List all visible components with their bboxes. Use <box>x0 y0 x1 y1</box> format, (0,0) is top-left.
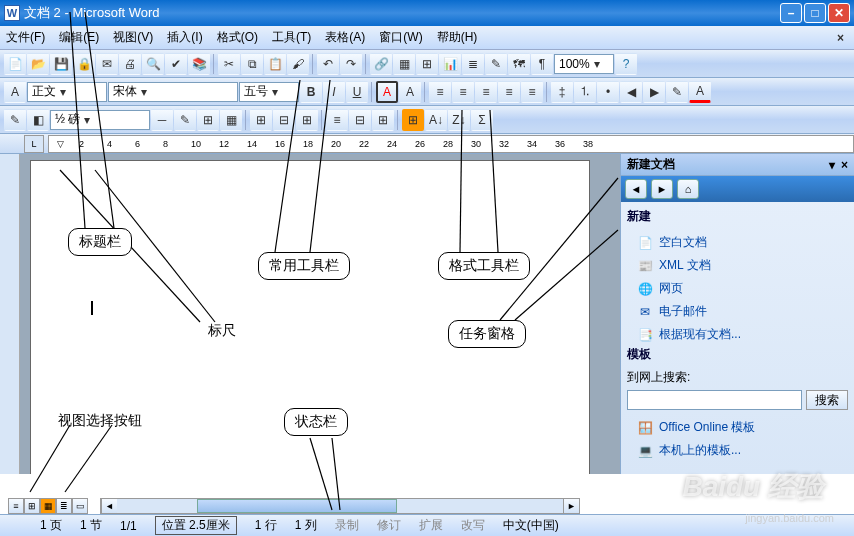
scrollbar-thumb[interactable] <box>197 499 397 513</box>
open-button[interactable]: 📂 <box>27 53 49 75</box>
maximize-button[interactable]: □ <box>804 3 826 23</box>
nav-home-button[interactable]: ⌂ <box>677 179 699 199</box>
italic-button[interactable]: I <box>323 81 345 103</box>
highlight-button[interactable]: ✎ <box>666 81 688 103</box>
nav-forward-button[interactable]: ► <box>651 179 673 199</box>
show-hide-button[interactable]: ¶ <box>531 53 553 75</box>
font-combo[interactable]: 宋体▾ <box>108 82 238 102</box>
insert-table-button2[interactable]: ⊞ <box>250 109 272 131</box>
status-ovr[interactable]: 改写 <box>461 517 485 534</box>
status-lang[interactable]: 中文(中国) <box>503 517 559 534</box>
styles-pane-button[interactable]: A <box>4 81 26 103</box>
view-outline[interactable]: ≣ <box>56 498 72 514</box>
merge-cells-button[interactable]: ⊟ <box>273 109 295 131</box>
docmap-button[interactable]: 🗺 <box>508 53 530 75</box>
link-from-existing[interactable]: 📑根据现有文档... <box>627 323 848 346</box>
status-rec[interactable]: 录制 <box>335 517 359 534</box>
increase-indent-button[interactable]: ▶ <box>643 81 665 103</box>
align-center-button[interactable]: ≡ <box>452 81 474 103</box>
undo-button[interactable]: ↶ <box>317 53 339 75</box>
copy-button[interactable]: ⧉ <box>241 53 263 75</box>
search-input[interactable] <box>627 390 802 410</box>
line-weight-combo[interactable]: ½ 磅▾ <box>50 110 150 130</box>
search-button[interactable]: 搜索 <box>806 390 848 410</box>
border-color-button[interactable]: ✎ <box>174 109 196 131</box>
redo-button[interactable]: ↷ <box>340 53 362 75</box>
menu-close-icon[interactable]: × <box>837 31 844 45</box>
autoformat-button[interactable]: ⊞ <box>402 109 424 131</box>
new-button[interactable]: 📄 <box>4 53 26 75</box>
link-local-templates[interactable]: 💻本机上的模板... <box>627 439 848 462</box>
research-button[interactable]: 📚 <box>188 53 210 75</box>
columns-button[interactable]: ≣ <box>462 53 484 75</box>
shading-button[interactable]: ▦ <box>220 109 242 131</box>
menu-view[interactable]: 视图(V) <box>113 29 153 46</box>
eraser-button[interactable]: ◧ <box>27 109 49 131</box>
nav-back-button[interactable]: ◄ <box>625 179 647 199</box>
menu-format[interactable]: 格式(O) <box>217 29 258 46</box>
size-combo[interactable]: 五号▾ <box>239 82 299 102</box>
tables-borders-button[interactable]: ▦ <box>393 53 415 75</box>
bold-button[interactable]: B <box>300 81 322 103</box>
bullets-button[interactable]: • <box>597 81 619 103</box>
split-cells-button[interactable]: ⊞ <box>296 109 318 131</box>
taskpane-close-icon[interactable]: × <box>841 158 848 172</box>
paste-button[interactable]: 📋 <box>264 53 286 75</box>
decrease-indent-button[interactable]: ◀ <box>620 81 642 103</box>
align-cell-button[interactable]: ≡ <box>326 109 348 131</box>
draw-table-button[interactable]: ✎ <box>4 109 26 131</box>
view-reading[interactable]: ▭ <box>72 498 88 514</box>
menu-help[interactable]: 帮助(H) <box>437 29 478 46</box>
spellcheck-button[interactable]: ✔ <box>165 53 187 75</box>
style-combo[interactable]: 正文▾ <box>27 82 107 102</box>
status-ext[interactable]: 扩展 <box>419 517 443 534</box>
link-office-online[interactable]: 🪟Office Online 模板 <box>627 416 848 439</box>
autosum-button[interactable]: Σ <box>471 109 493 131</box>
sort-asc-button[interactable]: A↓ <box>425 109 447 131</box>
scroll-right-icon[interactable]: ► <box>563 499 579 513</box>
font-color-button[interactable]: A <box>689 81 711 103</box>
view-web[interactable]: ⊞ <box>24 498 40 514</box>
status-trk[interactable]: 修订 <box>377 517 401 534</box>
underline-button[interactable]: U <box>346 81 368 103</box>
align-right-button[interactable]: ≡ <box>475 81 497 103</box>
line-spacing-button[interactable]: ‡ <box>551 81 573 103</box>
sort-desc-button[interactable]: Z↓ <box>448 109 470 131</box>
vertical-ruler[interactable] <box>0 154 20 474</box>
help-button[interactable]: ? <box>615 53 637 75</box>
permission-button[interactable]: 🔒 <box>73 53 95 75</box>
print-button[interactable]: 🖨 <box>119 53 141 75</box>
borders-button[interactable]: ⊞ <box>197 109 219 131</box>
distribute-rows-button[interactable]: ⊟ <box>349 109 371 131</box>
ruler-corner[interactable]: L <box>24 135 44 153</box>
menu-insert[interactable]: 插入(I) <box>167 29 202 46</box>
excel-button[interactable]: 📊 <box>439 53 461 75</box>
numbering-button[interactable]: ⒈ <box>574 81 596 103</box>
border-style-button[interactable]: ─ <box>151 109 173 131</box>
link-webpage[interactable]: 🌐网页 <box>627 277 848 300</box>
char-border-button[interactable]: A <box>376 81 398 103</box>
link-email[interactable]: ✉电子邮件 <box>627 300 848 323</box>
menu-window[interactable]: 窗口(W) <box>379 29 422 46</box>
zoom-combo[interactable]: 100%▾ <box>554 54 614 74</box>
char-shading-button[interactable]: A <box>399 81 421 103</box>
align-justify-button[interactable]: ≡ <box>498 81 520 103</box>
scroll-left-icon[interactable]: ◄ <box>101 499 117 513</box>
distributed-button[interactable]: ≡ <box>521 81 543 103</box>
horizontal-scrollbar[interactable]: ◄ ► <box>100 498 580 514</box>
horizontal-ruler[interactable]: ▽ 2468101214161820222426283032343638 <box>48 135 854 153</box>
link-xml-doc[interactable]: 📰XML 文档 <box>627 254 848 277</box>
save-button[interactable]: 💾 <box>50 53 72 75</box>
close-button[interactable]: ✕ <box>828 3 850 23</box>
menu-file[interactable]: 文件(F) <box>6 29 45 46</box>
menu-table[interactable]: 表格(A) <box>325 29 365 46</box>
menu-tools[interactable]: 工具(T) <box>272 29 311 46</box>
format-painter-button[interactable]: 🖌 <box>287 53 309 75</box>
preview-button[interactable]: 🔍 <box>142 53 164 75</box>
align-left-button[interactable]: ≡ <box>429 81 451 103</box>
minimize-button[interactable]: – <box>780 3 802 23</box>
view-normal[interactable]: ≡ <box>8 498 24 514</box>
drawing-button[interactable]: ✎ <box>485 53 507 75</box>
mail-button[interactable]: ✉ <box>96 53 118 75</box>
insert-table-button[interactable]: ⊞ <box>416 53 438 75</box>
